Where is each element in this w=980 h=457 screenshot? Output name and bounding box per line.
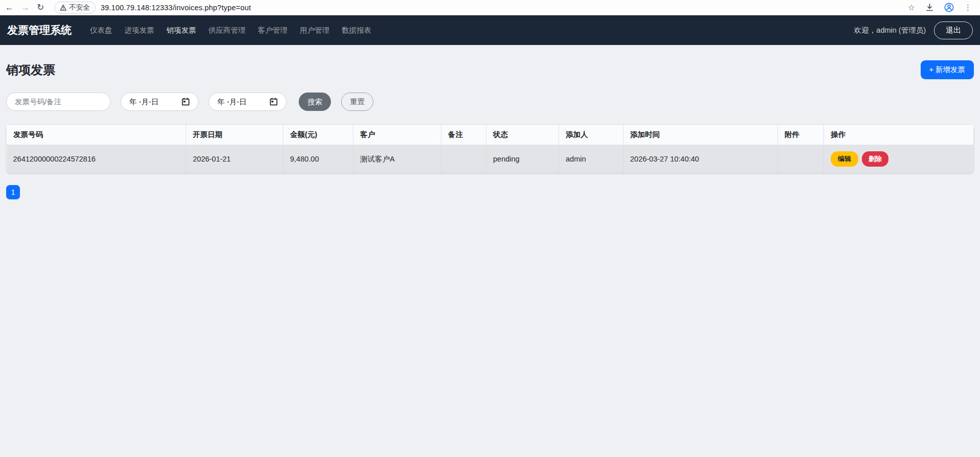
- nav-item-customers[interactable]: 客户管理: [253, 21, 293, 39]
- url-text[interactable]: 39.100.79.148:12333/invoices.php?type=ou…: [101, 4, 251, 12]
- security-chip[interactable]: 不安全: [54, 2, 96, 14]
- cell-added-time: 2026-03-27 10:40:40: [623, 145, 778, 173]
- download-icon[interactable]: [925, 3, 934, 12]
- col-attachment: 附件: [778, 125, 824, 145]
- cell-added-by: admin: [559, 145, 623, 173]
- address-bar[interactable]: 不安全 39.100.79.148:12333/invoices.php?typ…: [51, 2, 900, 14]
- welcome-text: 欢迎，admin (管理员): [854, 26, 926, 35]
- table-header-row: 发票号码 开票日期 金额(元) 客户 备注 状态 添加人 添加时间 附件 操作: [7, 125, 974, 145]
- page-title: 销项发票: [6, 62, 55, 78]
- nav-item-suppliers[interactable]: 供应商管理: [204, 21, 251, 39]
- browser-actions: ☆ ⋮: [908, 3, 975, 12]
- search-button[interactable]: 搜索: [299, 93, 331, 111]
- brand-title[interactable]: 发票管理系统: [7, 23, 72, 37]
- date-to-input[interactable]: 年 -月-日: [209, 93, 286, 111]
- cell-actions: 编辑 删除: [824, 145, 974, 173]
- edit-button[interactable]: 编辑: [831, 151, 858, 167]
- pagination: 1: [6, 185, 974, 199]
- security-chip-label: 不安全: [69, 3, 90, 12]
- app-navbar: 发票管理系统 仪表盘 进项发票 销项发票 供应商管理 客户管理 用户管理 数据报…: [0, 15, 980, 45]
- bookmark-star-icon[interactable]: ☆: [908, 3, 915, 12]
- logout-button[interactable]: 退出: [934, 21, 973, 39]
- col-actions: 操作: [824, 125, 974, 145]
- col-remark: 备注: [441, 125, 486, 145]
- reset-button[interactable]: 重置: [341, 93, 373, 111]
- col-added-by: 添加人: [559, 125, 623, 145]
- cell-amount: 9,480.00: [283, 145, 353, 173]
- browser-toolbar: ← → ↻ 不安全 39.100.79.148:12333/invoices.p…: [0, 0, 980, 15]
- nav-item-output-invoices[interactable]: 销项发票: [162, 21, 202, 39]
- col-added-time: 添加时间: [623, 125, 778, 145]
- col-invoice-date: 开票日期: [186, 125, 283, 145]
- forward-icon[interactable]: →: [21, 3, 30, 12]
- page-button-1[interactable]: 1: [6, 185, 20, 199]
- date-from-value: 年 -月-日: [129, 97, 159, 107]
- col-customer: 客户: [353, 125, 441, 145]
- filter-bar: 年 -月-日 年 -月-日 搜索 重置: [6, 93, 974, 111]
- navbar-right: 欢迎，admin (管理员) 退出: [854, 21, 973, 39]
- cell-attachment: [778, 145, 824, 173]
- cell-remark: [441, 145, 486, 173]
- back-icon[interactable]: ←: [5, 3, 14, 12]
- page-container: 销项发票 + 新增发票 年 -月-日 年 -月-日 搜索 重置: [0, 60, 980, 199]
- main-nav: 仪表盘 进项发票 销项发票 供应商管理 客户管理 用户管理 数据报表: [85, 21, 376, 39]
- nav-item-dashboard[interactable]: 仪表盘: [85, 21, 118, 39]
- nav-item-reports[interactable]: 数据报表: [337, 21, 376, 39]
- cell-invoice-date: 2026-01-21: [186, 145, 283, 173]
- profile-icon[interactable]: [944, 3, 954, 12]
- date-from-input[interactable]: 年 -月-日: [121, 93, 198, 111]
- nav-item-users[interactable]: 用户管理: [295, 21, 335, 39]
- nav-item-input-invoices[interactable]: 进项发票: [120, 21, 160, 39]
- keyword-search-input[interactable]: [6, 93, 110, 111]
- page-header: 销项发票 + 新增发票: [6, 60, 974, 79]
- table-row: 26412000000224572816 2026-01-21 9,480.00…: [7, 145, 974, 173]
- warning-icon: [60, 5, 66, 11]
- cell-customer: 测试客户A: [353, 145, 441, 173]
- calendar-icon[interactable]: [270, 98, 278, 106]
- col-amount: 金额(元): [283, 125, 353, 145]
- invoice-table: 发票号码 开票日期 金额(元) 客户 备注 状态 添加人 添加时间 附件 操作 …: [6, 124, 974, 173]
- calendar-icon[interactable]: [182, 98, 190, 106]
- refresh-icon[interactable]: ↻: [37, 3, 44, 12]
- col-invoice-no: 发票号码: [7, 125, 186, 145]
- cell-invoice-no: 26412000000224572816: [7, 145, 186, 173]
- browser-menu-icon[interactable]: ⋮: [964, 3, 972, 12]
- col-status: 状态: [486, 125, 559, 145]
- date-to-value: 年 -月-日: [217, 97, 247, 107]
- add-invoice-button[interactable]: + 新增发票: [921, 60, 974, 79]
- delete-button[interactable]: 删除: [862, 151, 888, 167]
- cell-status: pending: [486, 145, 559, 173]
